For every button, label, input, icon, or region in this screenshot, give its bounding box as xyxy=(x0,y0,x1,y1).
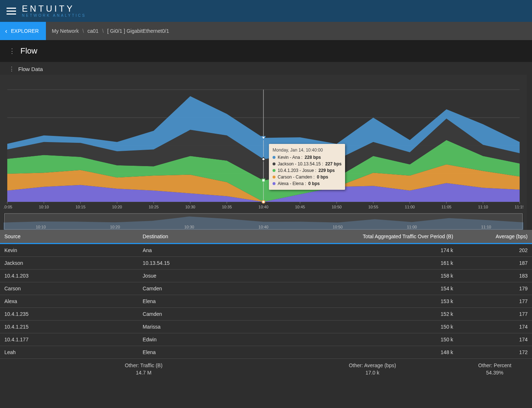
cell-avg: 177 xyxy=(458,295,532,308)
footer-pct-label: Other: Percent xyxy=(458,362,532,368)
svg-text:11:00: 11:00 xyxy=(407,225,417,229)
footer-traffic-label: Other: Traffic (B) xyxy=(0,362,287,368)
svg-point-37 xyxy=(262,200,265,203)
cell-dest: Edwin xyxy=(138,333,287,346)
breadcrumb-item[interactable]: My Network xyxy=(52,28,79,34)
cell-dest: Josue xyxy=(138,270,287,282)
explorer-back-button[interactable]: ‹ EXPLORER xyxy=(0,22,46,40)
cell-source: Jackson xyxy=(0,257,138,270)
cell-total: 174 k xyxy=(287,244,457,257)
svg-text:10:20: 10:20 xyxy=(112,205,122,209)
table-row[interactable]: KevinAna174 k202 xyxy=(0,244,532,257)
col-avg[interactable]: Average (bps) xyxy=(458,230,532,244)
svg-text:11:05: 11:05 xyxy=(442,205,451,209)
footer-avg-label: Other: Average (bps) xyxy=(287,362,457,368)
cell-avg: 174 xyxy=(458,333,532,346)
flow-table: Source Destination Total Aggregated Traf… xyxy=(0,230,532,359)
table-row[interactable]: 10.4.1.215Marissa150 k174 xyxy=(0,321,532,333)
svg-text:10:10: 10:10 xyxy=(36,225,46,229)
logo: ENTUITY NETWORK ANALYTICS xyxy=(22,4,86,17)
cell-dest: Elena xyxy=(138,295,287,308)
cell-total: 148 k xyxy=(287,346,457,359)
page-title: Flow xyxy=(20,46,37,56)
cell-dest: Marissa xyxy=(138,321,287,333)
svg-text:11:10: 11:10 xyxy=(478,205,488,209)
cell-dest: Camden xyxy=(138,308,287,321)
table-row[interactable]: 10.4.1.177Edwin150 k174 xyxy=(0,333,532,346)
svg-text:10:05: 10:05 xyxy=(4,205,12,209)
menu-icon[interactable] xyxy=(7,8,16,15)
kebab-icon[interactable]: ⋮ xyxy=(9,66,15,72)
cell-source: Carson xyxy=(0,282,138,295)
section-title: Flow Data xyxy=(18,66,43,72)
cell-total: 161 k xyxy=(287,257,457,270)
breadcrumb-item[interactable]: ca01 xyxy=(87,28,98,34)
table-row[interactable]: Jackson10.13.54.15161 k187 xyxy=(0,257,532,270)
svg-text:10:35: 10:35 xyxy=(222,205,232,209)
breadcrumb-bar: ‹ EXPLORER My Network \ ca01 \ [ Gi0/1 ]… xyxy=(0,22,532,40)
cell-source: Kevin xyxy=(0,244,138,257)
col-source[interactable]: Source xyxy=(0,230,138,244)
cell-avg: 183 xyxy=(458,270,532,282)
cell-total: 152 k xyxy=(287,308,457,321)
cell-avg: 202 xyxy=(458,244,532,257)
svg-text:10:55: 10:55 xyxy=(368,205,378,209)
svg-text:11:10: 11:10 xyxy=(481,225,491,229)
topbar: ENTUITY NETWORK ANALYTICS xyxy=(0,0,532,22)
cell-source: 10.4.1.177 xyxy=(0,333,138,346)
page-header: ⋮ Flow xyxy=(0,40,532,62)
svg-text:10:30: 10:30 xyxy=(185,205,195,209)
table-row[interactable]: LeahElena148 k172 xyxy=(0,346,532,359)
table-row[interactable]: 10.4.1.203Josue158 k183 xyxy=(0,270,532,282)
cell-dest: Elena xyxy=(138,346,287,359)
time-range-brush[interactable]: 10:1010:2010:3010:4010:5011:0011:10 xyxy=(4,213,523,230)
svg-text:10:50: 10:50 xyxy=(333,225,343,229)
table-row[interactable]: CarsonCamden154 k179 xyxy=(0,282,532,295)
chart-panel: 10:0510:1010:1510:2010:2510:3010:3510:40… xyxy=(0,75,527,230)
kebab-icon[interactable]: ⋮ xyxy=(9,47,15,55)
col-destination[interactable]: Destination xyxy=(138,230,287,244)
cell-source: 10.4.1.215 xyxy=(0,321,138,333)
cell-source: 10.4.1.203 xyxy=(0,270,138,282)
logo-text: ENTUITY xyxy=(22,4,86,13)
footer-avg-value: 17.0 k xyxy=(287,370,457,376)
table-row[interactable]: 10.4.1.235Camden152 k177 xyxy=(0,308,532,321)
svg-text:10:50: 10:50 xyxy=(332,205,341,209)
cell-total: 154 k xyxy=(287,282,457,295)
cell-total: 150 k xyxy=(287,321,457,333)
cell-total: 153 k xyxy=(287,295,457,308)
svg-text:10:15: 10:15 xyxy=(75,205,85,209)
footer-pct-value: 54.39% xyxy=(458,370,532,376)
svg-text:10:25: 10:25 xyxy=(149,205,159,209)
svg-text:10:10: 10:10 xyxy=(39,205,49,209)
svg-text:10:20: 10:20 xyxy=(110,225,120,229)
cell-source: Leah xyxy=(0,346,138,359)
cell-total: 150 k xyxy=(287,333,457,346)
cell-source: Alexa xyxy=(0,295,138,308)
breadcrumb: My Network \ ca01 \ [ Gi0/1 ] GigabitEth… xyxy=(52,28,169,34)
flow-area-chart[interactable]: 10:0510:1010:1510:2010:2510:3010:3510:40… xyxy=(4,75,523,213)
svg-text:11:15: 11:15 xyxy=(515,205,523,209)
svg-text:10:45: 10:45 xyxy=(295,205,305,209)
section-header: ⋮ Flow Data xyxy=(0,62,532,75)
cell-dest: Ana xyxy=(138,244,287,257)
chevron-left-icon: ‹ xyxy=(5,27,7,35)
svg-text:10:40: 10:40 xyxy=(258,205,268,209)
svg-text:11:00: 11:00 xyxy=(405,205,415,209)
cell-dest: 10.13.54.15 xyxy=(138,257,287,270)
footer-traffic-value: 14.7 M xyxy=(0,370,287,376)
explorer-label: EXPLORER xyxy=(11,28,39,34)
table-header-row: Source Destination Total Aggregated Traf… xyxy=(0,230,532,244)
cell-avg: 172 xyxy=(458,346,532,359)
col-total[interactable]: Total Aggregated Traffic Over Period (B) xyxy=(287,230,457,244)
cell-avg: 187 xyxy=(458,257,532,270)
table-row[interactable]: AlexaElena153 k177 xyxy=(0,295,532,308)
cell-avg: 174 xyxy=(458,321,532,333)
cell-avg: 179 xyxy=(458,282,532,295)
svg-text:10:30: 10:30 xyxy=(184,225,194,229)
cell-dest: Camden xyxy=(138,282,287,295)
svg-text:10:40: 10:40 xyxy=(258,225,268,229)
breadcrumb-item[interactable]: [ Gi0/1 ] GigabitEthernet0/1 xyxy=(107,28,169,34)
footer-stats: Other: Traffic (B) 14.7 M Other: Average… xyxy=(0,359,532,381)
cell-avg: 177 xyxy=(458,308,532,321)
